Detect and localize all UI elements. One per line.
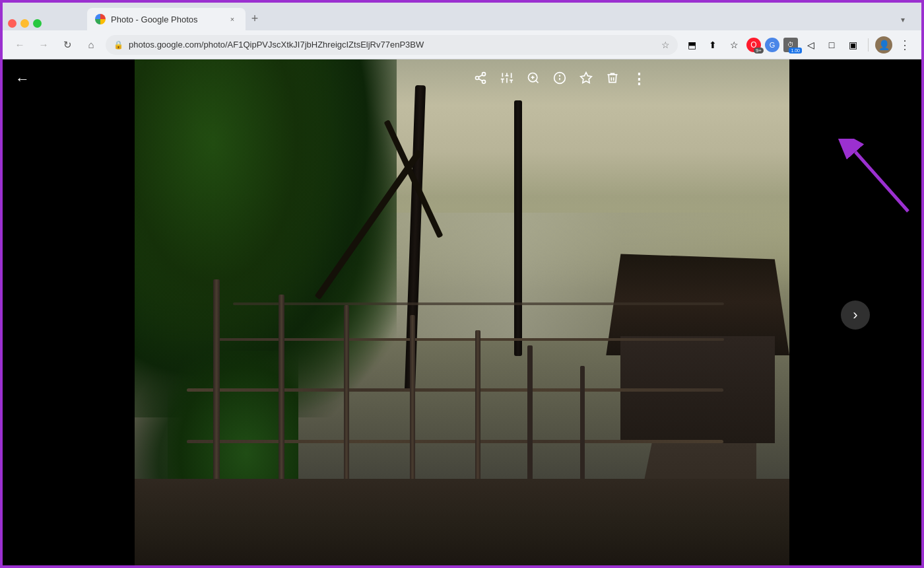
nav-divider (868, 38, 869, 52)
browser-extensions: ⬒ ⬆ ☆ O 9+ G ⏱ 1.00 ◁ □ ▣ 👤 ⋮ (683, 35, 913, 55)
svg-marker-21 (581, 72, 592, 83)
time-extension[interactable]: ⏱ 1.00 (783, 38, 798, 52)
edit-button[interactable] (495, 67, 519, 91)
address-bar[interactable]: 🔒 photos.google.com/photo/AF1QipPVJscXtk… (106, 35, 678, 55)
delete-button[interactable] (601, 67, 624, 91)
extension-icon-1[interactable]: G (765, 38, 779, 52)
edit-sliders-icon (500, 71, 513, 88)
share-page-icon[interactable]: ⬆ (704, 36, 721, 53)
maximize-window-button[interactable] (33, 19, 42, 28)
share-button[interactable] (469, 67, 492, 91)
svg-line-4 (478, 75, 482, 77)
svg-point-1 (476, 76, 479, 79)
time-badge: 1.00 (789, 48, 802, 53)
close-window-button[interactable] (8, 19, 16, 28)
more-vertical-icon: ⋮ (632, 71, 647, 88)
new-tab-button[interactable]: + (246, 9, 264, 28)
star-icon (579, 71, 593, 88)
download-page-icon[interactable]: ⬒ (683, 36, 700, 53)
info-button[interactable] (548, 67, 572, 91)
info-icon (553, 71, 566, 88)
nav-bar: ← → ↻ ⌂ 🔒 photos.google.com/photo/AF1Qip… (3, 30, 921, 59)
sidebar-icon[interactable]: ▣ (844, 36, 861, 53)
tab-bar: Photo - Google Photos × + ▾ (3, 3, 921, 30)
share-icon (474, 71, 487, 88)
forward-button[interactable]: → (34, 36, 53, 54)
tab-close-button[interactable]: × (227, 14, 238, 24)
reload-icon: ↻ (63, 39, 72, 51)
tab-bar-right: ▾ (264, 12, 916, 30)
chevron-right-icon: › (853, 306, 857, 324)
bookmark-icon[interactable]: ☆ (661, 40, 670, 50)
back-icon: ← (15, 39, 25, 50)
zoom-button[interactable] (521, 67, 545, 91)
opera-extension[interactable]: O 9+ (746, 38, 761, 52)
home-button[interactable]: ⌂ (82, 36, 100, 54)
back-arrow-icon: ← (15, 71, 30, 88)
next-photo-button[interactable]: › (841, 301, 870, 330)
extension-icon-2[interactable]: ◁ (802, 36, 819, 53)
profile-avatar[interactable]: 👤 (875, 36, 892, 53)
photo-display: ⋮ (135, 59, 789, 568)
security-icon: 🔒 (114, 40, 123, 50)
browser-menu-button[interactable]: ⋮ (896, 35, 913, 55)
minimize-window-button[interactable] (20, 19, 29, 28)
url-text: photos.google.com/photo/AF1QipPVJscXtkJI… (129, 40, 656, 50)
extension-icon-3[interactable]: □ (823, 36, 840, 53)
photo-image (135, 59, 789, 568)
forward-icon: → (39, 39, 49, 50)
more-options-button[interactable]: ⋮ (627, 67, 651, 91)
left-sidebar (3, 59, 135, 568)
browser-frame: Photo - Google Photos × + ▾ ← → ↻ ⌂ 🔒 ph… (3, 3, 921, 568)
reload-button[interactable]: ↻ (58, 36, 77, 54)
zoom-icon (527, 71, 540, 88)
photo-toolbar: ⋮ (469, 67, 651, 91)
svg-line-3 (478, 79, 482, 81)
star-icon[interactable]: ☆ (725, 36, 742, 53)
right-sidebar: › (789, 59, 921, 568)
svg-line-15 (536, 80, 539, 83)
active-tab[interactable]: Photo - Google Photos × (87, 8, 246, 30)
home-icon: ⌂ (88, 39, 94, 50)
back-button[interactable]: ← (11, 36, 29, 54)
favorite-button[interactable] (574, 67, 598, 91)
traffic-lights (8, 19, 87, 30)
svg-point-0 (482, 72, 486, 75)
tab-favicon (95, 14, 106, 24)
tab-title: Photo - Google Photos (111, 15, 222, 24)
avatar-image: 👤 (878, 40, 890, 50)
tab-list-button[interactable]: ▾ (895, 12, 911, 28)
back-to-photos-button[interactable]: ← (11, 67, 34, 91)
svg-point-2 (482, 80, 486, 83)
trash-icon (606, 71, 619, 88)
photo-viewer: ← (3, 59, 921, 568)
opera-badge: 9+ (754, 48, 764, 53)
